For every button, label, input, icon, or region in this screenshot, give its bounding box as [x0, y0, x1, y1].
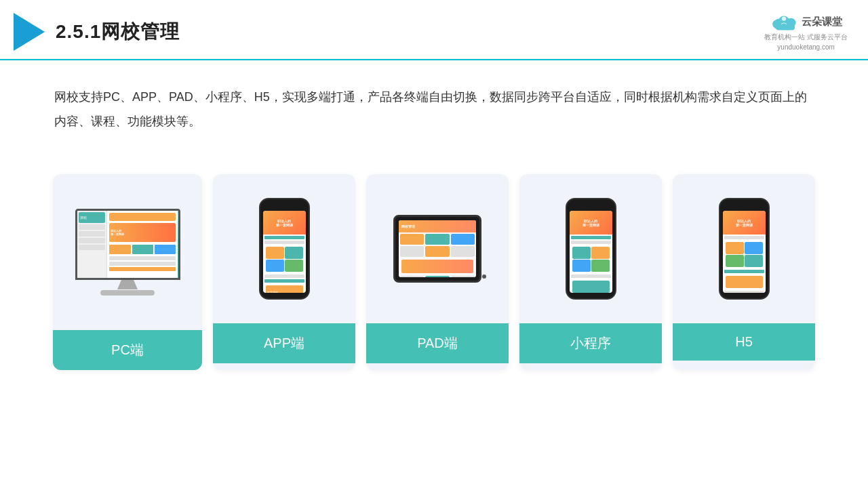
page-title: 2.5.1网校管理 [56, 19, 180, 45]
h5-screen: 职达人的第一堂网课 [723, 211, 766, 293]
app-card: 职达人的第一堂网课 推荐课程 [213, 174, 355, 370]
pc-main-content: 职达人的第一堂网课 [107, 211, 178, 278]
logo-triangle-icon [14, 13, 45, 51]
h5-card: 职达人的第一堂网课 [673, 174, 815, 370]
tablet-home-button [482, 274, 486, 279]
pc-stand [117, 280, 138, 289]
cards-container: 课程 职达人的第一堂网课 [0, 154, 868, 384]
h5-banner: 职达人的第一堂网课 [723, 211, 766, 235]
brand-name: 云朵课堂 [802, 16, 842, 28]
mini-phone-notch [583, 205, 598, 209]
miniprogram-card: 职达人的第一堂网课 [519, 174, 662, 370]
pad-mockup: 网校管理 [393, 215, 481, 283]
app-label: APP端 [213, 323, 355, 363]
miniprogram-image-area: 职达人的第一堂网课 [519, 174, 662, 323]
pad-header: 网校管理 [399, 220, 476, 232]
app-phone-mockup: 职达人的第一堂网课 推荐课程 [259, 198, 310, 300]
mini-banner: 职达人的第一堂网课 [570, 211, 612, 235]
h5-phone-notch [736, 205, 751, 209]
pc-screen: 课程 职达人的第一堂网课 [75, 209, 180, 280]
svg-point-5 [781, 16, 785, 20]
description-text: 网校支持PC、APP、PAD、小程序、H5，实现多端打通，产品各终端自由切换，数… [0, 60, 868, 147]
miniprogram-phone-mockup: 职达人的第一堂网课 [566, 198, 616, 300]
h5-phone-mockup: 职达人的第一堂网课 [719, 198, 770, 300]
pad-content: 网校管理 [399, 220, 476, 277]
pad-label: PAD端 [366, 323, 509, 363]
tablet-wrapper: 网校管理 [393, 215, 481, 283]
svg-rect-4 [776, 24, 795, 30]
pad-grid [399, 232, 476, 277]
pc-content-header [109, 213, 176, 221]
pc-image-area: 课程 职达人的第一堂网课 [53, 174, 202, 330]
pc-mockup: 课程 职达人的第一堂网课 [75, 209, 180, 296]
cloud-icon [770, 12, 797, 31]
pad-screen: 网校管理 [399, 220, 476, 277]
phone-banner: 职达人的第一堂网课 [263, 211, 306, 235]
app-screen: 职达人的第一堂网课 推荐课程 [263, 211, 306, 293]
header-left: 2.5.1网校管理 [14, 13, 180, 51]
pc-base [100, 290, 155, 296]
brand-logo: 云朵课堂 [770, 12, 842, 31]
h5-content [723, 235, 766, 293]
brand-area: 云朵课堂 教育机构一站 式服务云平台 yunduoketang.com [764, 12, 848, 51]
pad-card: 网校管理 [366, 174, 509, 370]
pc-label: PC端 [53, 330, 202, 370]
h5-label: H5 [673, 323, 815, 361]
app-content: 推荐课程 [263, 235, 306, 293]
brand-url: yunduoketang.com [777, 43, 835, 51]
mini-content [570, 235, 612, 293]
miniprogram-label: 小程序 [519, 323, 662, 363]
app-image-area: 职达人的第一堂网课 推荐课程 [213, 174, 355, 323]
pc-sidebar: 课程 [77, 211, 108, 278]
mini-screen: 职达人的第一堂网课 [570, 211, 612, 293]
phone-notch [277, 205, 292, 209]
pad-image-area: 网校管理 [366, 174, 509, 323]
brand-subtitle: 教育机构一站 式服务云平台 [764, 33, 848, 42]
pc-card: 课程 职达人的第一堂网课 [53, 174, 202, 370]
h5-image-area: 职达人的第一堂网课 [673, 174, 815, 323]
header: 2.5.1网校管理 云朵课堂 教育机构一站 式服务云平台 yunduoketan… [0, 0, 868, 60]
pc-screen-content: 课程 职达人的第一堂网课 [77, 211, 178, 278]
